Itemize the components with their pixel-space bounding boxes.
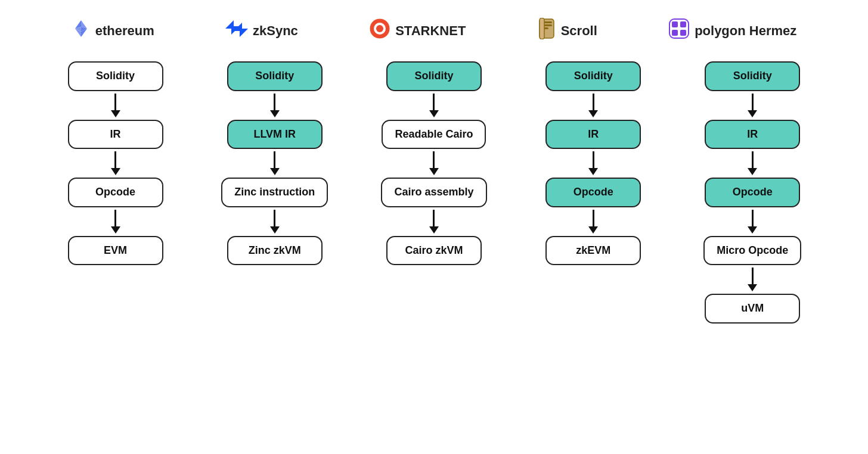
zksync-icon bbox=[225, 20, 248, 41]
node-polygon-0: Solidity bbox=[705, 61, 800, 91]
svg-point-10 bbox=[376, 25, 383, 32]
arrow bbox=[111, 149, 120, 178]
node-starknet-3: Cairo zkVM bbox=[386, 236, 482, 266]
ethereum-logo: ethereum bbox=[72, 19, 154, 42]
arrow-line bbox=[433, 151, 435, 168]
node-polygon-4: uVM bbox=[705, 294, 800, 324]
node-starknet-1: Readable Cairo bbox=[382, 120, 486, 150]
arrow-line bbox=[593, 94, 594, 110]
node-zksync-3: Zinc zkVM bbox=[227, 236, 323, 266]
node-starknet-2: Cairo assembly bbox=[381, 178, 486, 207]
arrow bbox=[588, 91, 598, 120]
arrow bbox=[429, 91, 439, 120]
arrow-head bbox=[748, 168, 757, 175]
arrow-line bbox=[114, 210, 116, 226]
arrow-head bbox=[588, 168, 598, 175]
ethereum-icon bbox=[72, 19, 91, 42]
svg-rect-20 bbox=[680, 30, 686, 36]
svg-marker-7 bbox=[234, 23, 248, 37]
arrow-head bbox=[111, 168, 120, 175]
column-scroll: Solidity IR Opcode zkEVM bbox=[534, 61, 653, 265]
arrow-head bbox=[588, 226, 598, 234]
node-zksync-2: Zinc instruction bbox=[221, 178, 328, 207]
node-ethereum-0: Solidity bbox=[68, 61, 163, 91]
scroll-logo: Scroll bbox=[537, 18, 597, 43]
arrow bbox=[270, 91, 280, 120]
svg-rect-15 bbox=[540, 18, 544, 39]
arrow bbox=[270, 207, 280, 236]
arrow-line bbox=[752, 210, 754, 226]
column-starknet: Solidity Readable Cairo Cairo assembly C… bbox=[374, 61, 494, 265]
arrow-line bbox=[593, 210, 594, 226]
arrow-line bbox=[593, 151, 594, 168]
zksync-logo: zkSync bbox=[225, 20, 298, 41]
ethereum-label: ethereum bbox=[95, 23, 154, 39]
zksync-label: zkSync bbox=[253, 23, 298, 39]
arrow-line bbox=[752, 268, 754, 284]
arrow bbox=[111, 207, 120, 236]
svg-rect-18 bbox=[680, 21, 686, 27]
node-starknet-0: Solidity bbox=[386, 61, 482, 91]
node-scroll-2: Opcode bbox=[545, 178, 641, 207]
starknet-label: STARKNET bbox=[395, 23, 466, 39]
polygon-icon bbox=[668, 18, 690, 43]
arrow-head bbox=[270, 168, 280, 175]
scroll-label: Scroll bbox=[561, 23, 597, 39]
arrow bbox=[588, 149, 598, 178]
arrow bbox=[270, 149, 280, 178]
arrow-line bbox=[274, 210, 275, 226]
node-scroll-3: zkEVM bbox=[545, 236, 641, 266]
arrow bbox=[429, 207, 439, 236]
node-zksync-0: Solidity bbox=[227, 61, 323, 91]
svg-rect-17 bbox=[672, 21, 678, 27]
columns-row: Solidity IR Opcode EVMSolidity LLVM IR Z… bbox=[24, 61, 844, 324]
arrow-head bbox=[429, 226, 439, 234]
starknet-icon bbox=[369, 18, 390, 43]
node-zksync-1: LLVM IR bbox=[227, 120, 323, 150]
arrow bbox=[748, 207, 757, 236]
arrow-head bbox=[748, 110, 757, 117]
polygon-label: polygon Hermez bbox=[695, 23, 796, 39]
arrow bbox=[429, 149, 439, 178]
node-polygon-1: IR bbox=[705, 120, 800, 150]
arrow-line bbox=[433, 210, 435, 226]
arrow-head bbox=[429, 110, 439, 117]
column-polygon: Solidity IR Opcode Micro Opcode uVM bbox=[693, 61, 812, 324]
arrow-head bbox=[111, 226, 120, 234]
arrow bbox=[748, 149, 757, 178]
main-page: ethereum zkSync bbox=[0, 0, 868, 454]
arrow-line bbox=[752, 151, 754, 168]
arrow-head bbox=[748, 284, 757, 291]
polygon-logo: polygon Hermez bbox=[668, 18, 796, 43]
scroll-icon bbox=[537, 18, 556, 43]
svg-rect-19 bbox=[672, 30, 678, 36]
column-ethereum: Solidity IR Opcode EVM bbox=[56, 61, 175, 265]
node-ethereum-3: EVM bbox=[68, 236, 163, 266]
node-scroll-1: IR bbox=[545, 120, 641, 150]
arrow-head bbox=[270, 110, 280, 117]
arrow-line bbox=[274, 94, 275, 110]
logos-row: ethereum zkSync bbox=[24, 18, 844, 43]
node-polygon-2: Opcode bbox=[705, 178, 800, 207]
arrow bbox=[588, 207, 598, 236]
arrow-head bbox=[429, 168, 439, 175]
arrow-head bbox=[588, 110, 598, 117]
arrow-head bbox=[270, 226, 280, 234]
arrow-line bbox=[433, 94, 435, 110]
arrow bbox=[111, 91, 120, 120]
starknet-logo: STARKNET bbox=[369, 18, 466, 43]
node-ethereum-1: IR bbox=[68, 120, 163, 150]
node-ethereum-2: Opcode bbox=[68, 178, 163, 207]
arrow-line bbox=[274, 151, 275, 168]
arrow-line bbox=[752, 94, 754, 110]
arrow-head bbox=[111, 110, 120, 117]
arrow-line bbox=[114, 94, 116, 110]
arrow-line bbox=[114, 151, 116, 168]
column-zksync: Solidity LLVM IR Zinc instruction Zinc z… bbox=[215, 61, 334, 265]
arrow bbox=[748, 265, 757, 294]
node-polygon-3: Micro Opcode bbox=[703, 236, 801, 266]
arrow bbox=[748, 91, 757, 120]
arrow-head bbox=[748, 226, 757, 234]
node-scroll-0: Solidity bbox=[545, 61, 641, 91]
